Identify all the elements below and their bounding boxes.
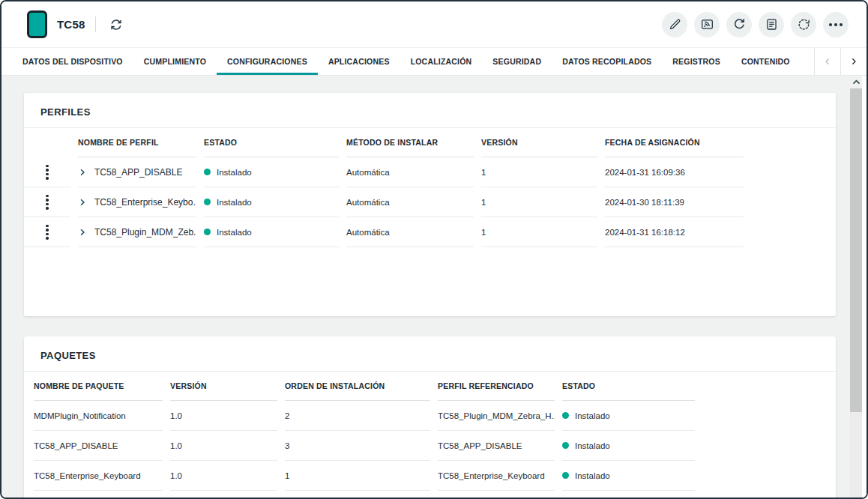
packages-card-title: PAQUETES — [24, 336, 836, 372]
packages-table-header: NOMBRE DE PAQUETE VERSIÓN ORDEN DE INSTA… — [34, 372, 695, 401]
status-dot-icon — [204, 229, 211, 235]
profiles-card: PERFILES NOMBRE DE PERFIL ESTADO MÉTODO … — [24, 93, 836, 316]
assigned-date: 2024-01-31 16:09:36 — [605, 157, 744, 187]
table-row: TC58_APP_DISABLE Instalado Automática 1 … — [24, 157, 744, 187]
column-header-status: ESTADO — [204, 128, 339, 157]
tab-configuraciones[interactable]: CONFIGURACIONES — [217, 48, 318, 75]
column-header-profile-name: NOMBRE DE PERFIL — [78, 128, 196, 157]
status-dot-icon — [562, 472, 569, 479]
column-header-actions — [24, 128, 70, 157]
refresh-button[interactable] — [726, 12, 752, 37]
column-header-version: VERSIÓN — [170, 372, 277, 401]
install-method: Automática — [346, 187, 474, 217]
status-label: Instalado — [217, 198, 252, 207]
column-header-referenced-profile: PERFIL REFERENCIADO — [438, 372, 555, 401]
sync-dashed-icon — [797, 17, 811, 31]
sync-device-button[interactable] — [106, 15, 126, 34]
smartphone-icon — [27, 10, 47, 38]
remote-view-button[interactable] — [694, 12, 720, 37]
assigned-date: 2024-01-31 16:18:12 — [605, 217, 744, 247]
package-version: 1.0 — [170, 461, 277, 491]
column-header-assigned-date: FECHA DE ASIGNACIÓN — [605, 128, 744, 157]
profile-name: TC58_Enterprise_Keybo... — [94, 197, 196, 208]
tabs-scroll-left-button[interactable] — [814, 48, 840, 75]
referenced-profile: TC58_Enterprise_Keyboard — [438, 461, 555, 491]
more-actions-button[interactable] — [823, 12, 849, 37]
tab-datos-del-dispositivo[interactable]: DATOS DEL DISPOSITIVO — [12, 48, 133, 75]
row-menu-icon[interactable] — [41, 222, 53, 243]
referenced-profile: TC58_APP_DISABLE — [438, 431, 555, 461]
chevron-left-icon — [823, 57, 832, 66]
right-edge-strip — [862, 76, 867, 498]
sync-icon — [109, 17, 124, 32]
ellipsis-icon — [829, 23, 843, 26]
tab-registros[interactable]: REGISTROS — [662, 48, 731, 75]
device-tabbar: DATOS DEL DISPOSITIVO CUMPLIMIENTO CONFI… — [1, 47, 867, 76]
status-dot-icon — [562, 442, 569, 449]
package-name: TC58_Enterprise_Keyboard — [34, 461, 163, 491]
tab-aplicaciones[interactable]: APLICACIONES — [318, 48, 400, 75]
scroll-up-button[interactable] — [850, 76, 862, 88]
assigned-date: 2024-01-30 18:11:39 — [605, 187, 744, 217]
install-order: 2 — [285, 401, 430, 431]
tab-scroll-arrows — [814, 48, 867, 75]
topbar: TC58 — [1, 1, 867, 47]
device-log-button[interactable] — [759, 12, 784, 37]
status-label: Instalado — [217, 228, 252, 237]
row-menu-icon[interactable] — [41, 162, 53, 183]
expand-row-icon[interactable] — [78, 168, 87, 177]
status-label: Instalado — [575, 441, 610, 450]
edit-button[interactable] — [662, 12, 687, 37]
row-menu-icon[interactable] — [41, 192, 53, 213]
table-row: TC58_Plugin_MDM_Zeb... Instalado Automát… — [24, 217, 744, 247]
column-header-install-order: ORDEN DE INSTALACIÓN — [285, 372, 430, 401]
column-header-package-name: NOMBRE DE PAQUETE — [34, 372, 163, 401]
column-header-status: ESTADO — [562, 372, 695, 401]
remote-view-icon — [700, 17, 714, 31]
profile-name: TC58_Plugin_MDM_Zeb... — [94, 227, 196, 238]
configurations-panel: PERFILES NOMBRE DE PERFIL ESTADO MÉTODO … — [1, 76, 867, 498]
profile-version: 1 — [481, 217, 597, 247]
install-method: Automática — [346, 217, 474, 247]
scrollbar-track[interactable] — [850, 88, 862, 498]
package-name: TC58_APP_DISABLE — [34, 431, 163, 461]
app-window: TC58 — [0, 0, 868, 499]
column-header-install-method: MÉTODO DE INSTALAR — [346, 128, 474, 157]
topbar-actions — [662, 12, 849, 37]
device-name: TC58 — [57, 18, 85, 31]
tab-seguridad[interactable]: SEGURIDAD — [482, 48, 552, 75]
check-in-button[interactable] — [791, 12, 816, 37]
chevron-up-icon — [852, 77, 861, 87]
tab-cumplimiento[interactable]: CUMPLIMIENTO — [133, 48, 217, 75]
status-label: Instalado — [217, 168, 252, 177]
table-row: TC58_Enterprise_Keybo... Instalado Autom… — [24, 187, 744, 217]
document-icon — [765, 17, 779, 31]
status-dot-icon — [204, 199, 211, 205]
table-row: TC58_APP_DISABLE 1.0 3 TC58_APP_DISABLE … — [34, 431, 695, 461]
packages-card: PAQUETES NOMBRE DE PAQUETE VERSIÓN ORDEN… — [24, 336, 836, 498]
status-dot-icon — [204, 169, 211, 175]
install-method: Automática — [346, 157, 474, 187]
scrollbar-thumb[interactable] — [850, 88, 862, 412]
package-name: MDMPlugin_Notification — [34, 401, 163, 431]
profile-version: 1 — [481, 187, 597, 217]
packages-table: NOMBRE DE PAQUETE VERSIÓN ORDEN DE INSTA… — [24, 372, 695, 491]
pencil-icon — [668, 17, 682, 31]
expand-row-icon[interactable] — [78, 198, 87, 207]
chevron-right-icon — [849, 57, 858, 66]
profiles-card-title: PERFILES — [24, 93, 836, 128]
install-order: 3 — [285, 431, 430, 461]
tab-localizacion[interactable]: LOCALIZACIÓN — [400, 48, 483, 75]
install-order: 1 — [285, 461, 430, 491]
divider — [95, 16, 96, 32]
tab-datos-recopilados[interactable]: DATOS RECOPILADOS — [552, 48, 662, 75]
tab-contenido[interactable]: CONTENIDO — [731, 48, 801, 75]
status-label: Instalado — [575, 471, 610, 480]
profile-version: 1 — [481, 157, 597, 187]
refresh-icon — [732, 17, 747, 31]
referenced-profile: TC58_Plugin_MDM_Zebra_H... — [438, 401, 555, 431]
table-row: MDMPlugin_Notification 1.0 2 TC58_Plugin… — [34, 401, 695, 431]
tabs-scroll-right-button[interactable] — [840, 48, 867, 75]
expand-row-icon[interactable] — [78, 228, 87, 237]
vertical-scrollbar[interactable] — [850, 76, 862, 498]
